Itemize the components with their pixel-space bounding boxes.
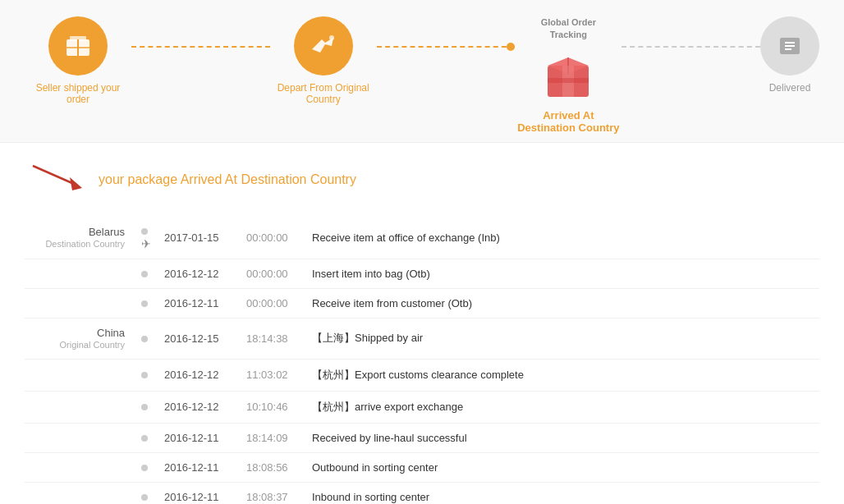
arrived-text: your package Arrived At Destination Coun… xyxy=(99,172,356,187)
arrived-banner: your package Arrived At Destination Coun… xyxy=(25,159,819,200)
time-cell: 00:00:00 xyxy=(240,217,305,259)
plane-icon: ✈ xyxy=(141,237,151,250)
depart-icon xyxy=(294,16,353,76)
date-cell: 2016-12-11 xyxy=(158,288,240,318)
main-content: your package Arrived At Destination Coun… xyxy=(0,143,844,504)
country-cell xyxy=(25,452,131,482)
table-row: 2016-12-1200:00:00Insert item into bag (… xyxy=(25,259,819,288)
date-cell: 2016-12-12 xyxy=(158,359,240,391)
dot-cell xyxy=(131,318,158,359)
arrived-label: Arrived At Destination Country xyxy=(515,109,622,134)
time-cell: 18:14:09 xyxy=(240,423,305,452)
timeline-dot xyxy=(141,300,148,307)
event-cell: Inbound in sorting center xyxy=(305,482,819,504)
step-arrived: Global Order Tracking Arrived At Destina… xyxy=(515,16,622,134)
event-cell: Receive item at office of exchange (Inb) xyxy=(305,217,819,259)
time-cell: 00:00:00 xyxy=(240,259,305,288)
dot-cell xyxy=(131,391,158,423)
date-cell: 2016-12-11 xyxy=(158,452,240,482)
timeline-dot xyxy=(141,465,148,471)
time-cell: 00:00:00 xyxy=(240,288,305,318)
timeline-dot xyxy=(141,494,148,501)
step-seller: Seller shipped your order xyxy=(25,16,131,105)
date-cell: 2016-12-11 xyxy=(158,423,240,452)
svg-marker-15 xyxy=(70,177,82,190)
svg-rect-9 xyxy=(548,78,589,83)
dot-cell xyxy=(131,259,158,288)
table-row: ChinaOriginal Country2016-12-1518:14:38【… xyxy=(25,318,819,359)
arrow-graphic xyxy=(25,159,99,200)
dot-cell xyxy=(131,359,158,391)
event-cell: Insert item into bag (Otb) xyxy=(305,259,819,288)
dot-cell: ✈ xyxy=(131,217,158,259)
country-cell xyxy=(25,359,131,391)
svg-point-4 xyxy=(329,35,334,40)
timeline-dot xyxy=(141,435,148,442)
brand-line2: Tracking xyxy=(550,30,587,39)
step-depart: Depart From Original Country xyxy=(270,16,377,105)
seller-label: Seller shipped your order xyxy=(25,82,131,105)
event-cell: 【杭州】arrive export exchange xyxy=(305,391,819,423)
package-illustration xyxy=(539,45,597,103)
table-row: 2016-12-1100:00:00Receive item from cust… xyxy=(25,288,819,318)
table-row: 2016-12-1211:03:02【杭州】Export customs cle… xyxy=(25,359,819,391)
banner-status: Arrived At Destination Country xyxy=(181,172,356,186)
country-cell xyxy=(25,259,131,288)
time-cell: 18:08:37 xyxy=(240,482,305,504)
date-cell: 2017-01-15 xyxy=(158,217,240,259)
timeline-dot xyxy=(141,404,148,410)
tracking-header: Seller shipped your order Depart From Or… xyxy=(0,0,844,143)
tracking-table: BelarusDestination Country✈2017-01-1500:… xyxy=(25,217,819,504)
timeline-dot xyxy=(141,336,148,342)
time-cell: 18:14:38 xyxy=(240,318,305,359)
table-row: 2016-12-1210:10:46【杭州】arrive export exch… xyxy=(25,391,819,423)
time-cell: 11:03:02 xyxy=(240,359,305,391)
event-cell: 【上海】Shipped by air xyxy=(305,318,819,359)
date-cell: 2016-12-12 xyxy=(158,391,240,423)
brand-line1: Global Order xyxy=(541,17,596,27)
table-row: 2016-12-1118:08:37Inbound in sorting cen… xyxy=(25,482,819,504)
time-cell: 18:08:56 xyxy=(240,452,305,482)
dot-cell xyxy=(131,423,158,452)
dotline-3 xyxy=(622,46,760,48)
dot-cell xyxy=(131,452,158,482)
date-cell: 2016-12-12 xyxy=(158,259,240,288)
country-cell xyxy=(25,391,131,423)
progress-dot xyxy=(507,43,515,51)
date-cell: 2016-12-11 xyxy=(158,482,240,504)
country-cell xyxy=(25,423,131,452)
event-cell: Received by line-haul successful xyxy=(305,423,819,452)
event-cell: 【杭州】Export customs clearance complete xyxy=(305,359,819,391)
event-cell: Receive item from customer (Otb) xyxy=(305,288,819,318)
delivered-label: Delivered xyxy=(769,82,811,94)
country-cell xyxy=(25,288,131,318)
timeline-dot xyxy=(141,271,148,277)
country-cell xyxy=(25,482,131,504)
table-row: 2016-12-1118:14:09Received by line-haul … xyxy=(25,423,819,452)
dot-cell xyxy=(131,482,158,504)
table-row: BelarusDestination Country✈2017-01-1500:… xyxy=(25,217,819,259)
event-cell: Outbound in sorting center xyxy=(305,452,819,482)
timeline-dot xyxy=(141,372,148,378)
country-cell: BelarusDestination Country xyxy=(25,217,131,259)
seller-icon xyxy=(48,16,108,76)
depart-label: Depart From Original Country xyxy=(270,82,377,105)
time-cell: 10:10:46 xyxy=(240,391,305,423)
table-row: 2016-12-1118:08:56Outbound in sorting ce… xyxy=(25,452,819,482)
country-cell: ChinaOriginal Country xyxy=(25,318,131,359)
dotline-1 xyxy=(131,46,270,48)
dotline-2 xyxy=(377,46,516,48)
step-delivered: Delivered xyxy=(760,16,819,94)
svg-line-14 xyxy=(33,166,74,184)
timeline-dot xyxy=(141,228,148,235)
dot-cell xyxy=(131,288,158,318)
banner-prefix: your package xyxy=(99,172,177,186)
date-cell: 2016-12-15 xyxy=(158,318,240,359)
delivered-icon xyxy=(760,16,819,76)
